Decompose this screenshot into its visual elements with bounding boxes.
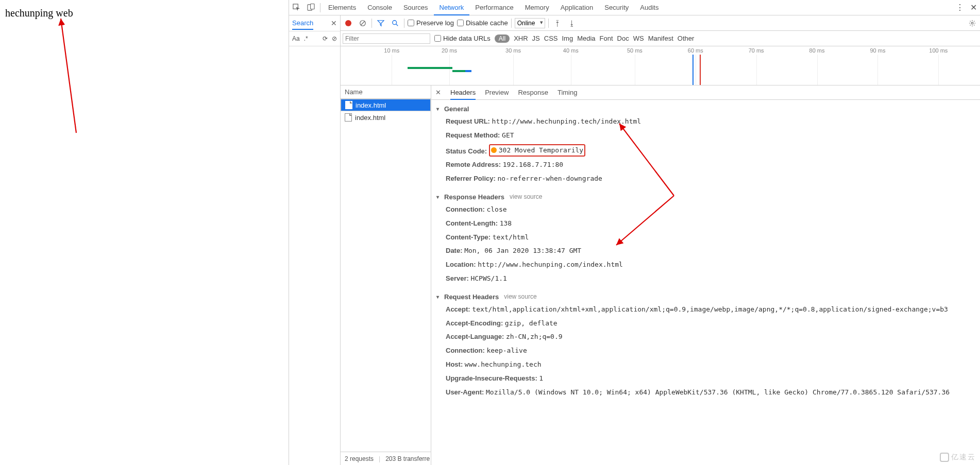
request-url-value: http://www.hechunping.tech/index.html	[492, 117, 641, 125]
refresh-icon[interactable]: ⟳	[323, 35, 328, 42]
search-pane: Search ✕ Aa .* ⟳ ⊘	[289, 15, 341, 465]
filter-doc[interactable]: Doc	[617, 35, 629, 42]
section-header-response[interactable]: Response Headersview source	[436, 191, 975, 203]
record-button[interactable]	[343, 18, 354, 29]
referrer-policy-value: no-referrer-when-downgrade	[497, 175, 602, 182]
response-headers-section: Response Headersview source Connection: …	[436, 191, 975, 286]
search-icon[interactable]	[390, 18, 401, 29]
detail-tab-headers[interactable]: Headers	[450, 85, 476, 100]
section-header-general[interactable]: General	[436, 103, 975, 115]
tab-application[interactable]: Application	[555, 0, 599, 15]
search-close-icon[interactable]: ✕	[331, 19, 337, 27]
column-header-name[interactable]: Name	[341, 85, 431, 99]
preserve-log-checkbox[interactable]: Preserve log	[408, 19, 454, 27]
view-source-link[interactable]: view source	[504, 293, 536, 300]
timeline-tick: 20 ms	[442, 47, 457, 54]
requests-count: 2 requests	[345, 455, 374, 462]
detail-tab-response[interactable]: Response	[518, 85, 548, 100]
search-options-bar: Aa .* ⟳ ⊘	[289, 31, 340, 46]
detail-tab-preview[interactable]: Preview	[485, 85, 509, 100]
inspect-icon[interactable]	[289, 1, 303, 15]
load-line	[700, 55, 701, 85]
timeline-tick: 50 ms	[627, 47, 643, 54]
throttling-select[interactable]: Online	[515, 18, 545, 28]
timeline-tick: 40 ms	[563, 47, 579, 54]
tab-audits[interactable]: Audits	[634, 0, 664, 15]
svg-rect-3	[310, 4, 314, 9]
filter-other[interactable]: Other	[678, 35, 695, 42]
request-headers-section: Request Headersview source Accept: text/…	[436, 291, 975, 400]
tab-network[interactable]: Network	[434, 0, 470, 15]
timeline-tick: 10 ms	[384, 47, 399, 54]
regex-toggle[interactable]: .*	[304, 35, 308, 42]
timeline-tick: 30 ms	[505, 47, 521, 54]
network-main: Preserve log Disable cache Online ⭱ ⭳ Hi…	[341, 15, 980, 465]
device-toggle-icon[interactable]	[303, 1, 318, 15]
devtools-panel: Elements Console Sources Network Perform…	[289, 0, 980, 465]
filter-icon[interactable]	[375, 18, 386, 29]
close-devtools-icon[interactable]: ✕	[967, 3, 980, 12]
location-header-value: http://www.hechunping.com/index.html	[478, 261, 623, 268]
filter-all[interactable]: All	[495, 35, 510, 43]
svg-line-0	[61, 19, 76, 133]
timeline-tick: 100 ms	[929, 47, 948, 54]
upload-har-icon[interactable]: ⭱	[552, 19, 563, 27]
transferred-size: 203 B transferre	[385, 455, 430, 462]
filter-input[interactable]	[343, 33, 430, 44]
headers-body[interactable]: General Request URL: http://www.hechunpi…	[431, 100, 980, 465]
general-section: General Request URL: http://www.hechunpi…	[436, 103, 975, 186]
clear-button[interactable]	[357, 18, 368, 29]
filter-ws[interactable]: WS	[633, 35, 644, 42]
filter-css[interactable]: CSS	[544, 35, 558, 42]
tab-performance[interactable]: Performance	[469, 0, 519, 15]
svg-point-8	[971, 22, 973, 24]
domcontentloaded-line	[692, 55, 694, 85]
timeline-bar	[452, 70, 465, 72]
view-source-link[interactable]: view source	[510, 193, 542, 200]
hide-data-urls-checkbox[interactable]: Hide data URLs	[434, 35, 491, 42]
tab-sources[interactable]: Sources	[398, 0, 434, 15]
filter-manifest[interactable]: Manifest	[648, 35, 673, 42]
kebab-menu-icon[interactable]: ⋮	[953, 3, 967, 12]
close-detail-icon[interactable]: ✕	[435, 89, 441, 96]
filter-img[interactable]: Img	[562, 35, 573, 42]
svg-line-5	[361, 21, 365, 25]
status-dot-icon	[491, 147, 497, 153]
request-detail: ✕ Headers Preview Response Timing Genera…	[431, 85, 980, 465]
status-code-highlight: 302 Moved Temporarily	[489, 144, 585, 157]
request-name: index.html	[355, 114, 385, 122]
tab-memory[interactable]: Memory	[519, 0, 555, 15]
search-title: Search	[292, 19, 313, 30]
clear-icon[interactable]: ⊘	[332, 35, 337, 42]
filter-media[interactable]: Media	[577, 35, 595, 42]
download-har-icon[interactable]: ⭳	[566, 19, 578, 27]
tab-console[interactable]: Console	[362, 0, 398, 15]
network-toolbar: Preserve log Disable cache Online ⭱ ⭳	[341, 15, 980, 31]
timeline-tick: 70 ms	[749, 47, 764, 54]
settings-gear-icon[interactable]	[967, 18, 978, 29]
svg-line-7	[396, 24, 398, 26]
devtools-tabbar: Elements Console Sources Network Perform…	[289, 0, 980, 15]
request-list: Name index.html index.html 2 requests | …	[341, 85, 431, 465]
waterfall-overview[interactable]: 10 ms 20 ms 30 ms 40 ms 50 ms 60 ms 70 m…	[341, 46, 980, 85]
annotation-arrow-1	[56, 14, 87, 138]
timeline-tick: 90 ms	[870, 47, 885, 54]
section-header-request[interactable]: Request Headersview source	[436, 291, 975, 303]
detail-tab-timing[interactable]: Timing	[557, 85, 578, 100]
request-row[interactable]: index.html	[341, 99, 431, 111]
separator	[320, 3, 320, 12]
filter-font[interactable]: Font	[600, 35, 613, 42]
disable-cache-checkbox[interactable]: Disable cache	[457, 19, 508, 27]
detail-tabbar: ✕ Headers Preview Response Timing	[431, 85, 980, 100]
match-case-toggle[interactable]: Aa	[292, 35, 300, 42]
filter-js[interactable]: JS	[532, 35, 540, 42]
tab-elements[interactable]: Elements	[323, 0, 362, 15]
document-icon	[345, 101, 352, 109]
timeline-bar	[408, 67, 452, 69]
filter-xhr[interactable]: XHR	[514, 35, 528, 42]
timeline-bar	[465, 70, 471, 72]
request-row[interactable]: index.html	[341, 111, 431, 124]
request-name: index.html	[356, 101, 386, 109]
tab-security[interactable]: Security	[599, 0, 634, 15]
search-header: Search ✕	[289, 15, 340, 31]
